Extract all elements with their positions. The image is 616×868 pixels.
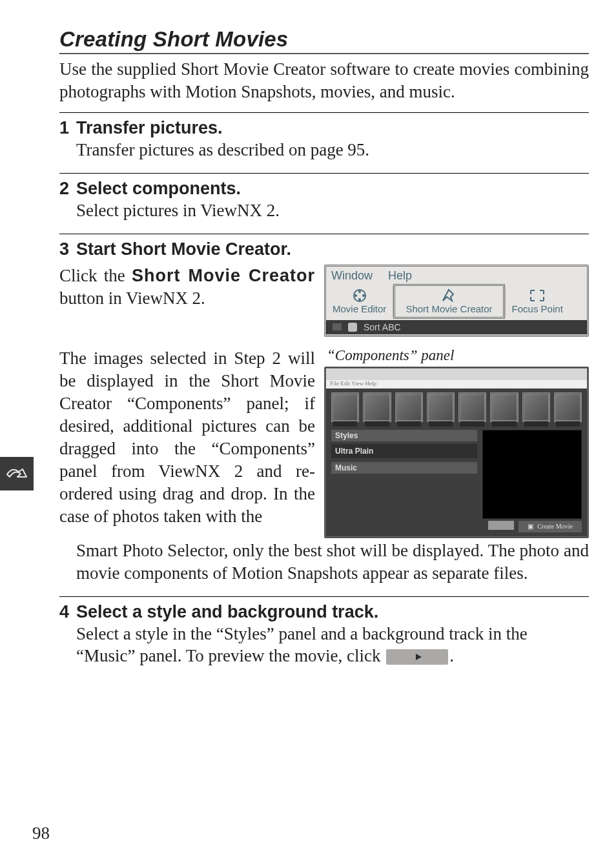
step-number: 3 — [59, 239, 69, 259]
smc-titlebar — [326, 368, 587, 380]
toolbar-menubar: Window Help — [326, 267, 587, 283]
smc-menubar: File Edit View Help — [326, 380, 587, 389]
pin-icon — [439, 288, 458, 303]
component-thumb[interactable] — [522, 392, 550, 422]
section-heading: Creating Short Movies — [59, 27, 589, 52]
component-thumb[interactable] — [331, 392, 359, 422]
focus-point-button[interactable]: Focus Point — [506, 288, 570, 314]
step3-para2: The images selected in Step 2 will be di… — [59, 347, 315, 538]
svg-point-4 — [354, 294, 357, 297]
side-tab — [0, 457, 34, 490]
step-1: 1 Transfer pictures. Transfer pictures a… — [59, 112, 589, 161]
short-movie-creator-strong: Short Movie Creator — [132, 266, 315, 285]
sort-label[interactable]: Sort ABC — [364, 322, 401, 332]
menu-window[interactable]: Window — [331, 269, 373, 283]
step-title: Start Short Movie Creator. — [76, 239, 291, 259]
svg-point-2 — [362, 294, 365, 297]
step-title: Select components. — [76, 179, 241, 198]
step3-pre: Click the — [59, 266, 132, 285]
styles-panel-header: Styles — [331, 430, 477, 441]
step-number: 1 — [59, 118, 69, 138]
create-movie-label: Create Movie — [537, 523, 573, 530]
step-number: 4 — [59, 602, 69, 622]
component-thumb[interactable] — [427, 392, 455, 422]
component-thumb[interactable] — [554, 392, 582, 422]
page-number: 98 — [32, 823, 50, 843]
step-desc: Transfer pictures as described on page 9… — [59, 139, 589, 161]
short-movie-creator-label: Short Movie Creator — [406, 303, 492, 314]
component-thumb[interactable] — [395, 392, 423, 422]
style-ultra-plain-title: Ultra Plain — [335, 447, 373, 456]
movie-editor-label: Movie Editor — [333, 303, 386, 314]
film-icon: ▣ — [528, 523, 533, 530]
thumb-size-icon[interactable] — [333, 323, 342, 330]
short-movie-creator-window-figure: File Edit View Help Styles — [324, 367, 589, 538]
connection-arrow-icon — [6, 465, 28, 482]
component-thumb[interactable] — [458, 392, 486, 422]
film-reel-icon — [351, 288, 369, 303]
focus-brackets-icon — [528, 288, 546, 303]
options-gear-icon[interactable] — [348, 323, 357, 332]
step4-post: . — [449, 646, 454, 665]
step-4: 4 Select a style and background track. S… — [59, 596, 589, 667]
music-panel-header: Music — [331, 462, 477, 474]
step4-pre: Select a style in the “Styles” panel and… — [76, 624, 528, 665]
focus-point-label: Focus Point — [512, 303, 563, 314]
svg-point-3 — [358, 298, 361, 301]
component-thumb[interactable] — [490, 392, 518, 422]
heading-rule — [59, 53, 589, 54]
step-number: 2 — [59, 179, 69, 199]
step3-after: Smart Photo Selector, only the best shot… — [59, 540, 589, 585]
components-panel-caption: “Components” panel — [327, 347, 589, 364]
style-ultra-plain[interactable]: Ultra Plain — [331, 444, 477, 458]
component-thumb[interactable] — [363, 392, 391, 422]
viewnx-toolbar-figure: Window Help Movie Editor Short Movie — [324, 265, 589, 337]
menu-help[interactable]: Help — [388, 269, 412, 283]
preview-play-chip[interactable] — [386, 649, 448, 665]
create-movie-button[interactable]: ▣ Create Movie — [518, 521, 582, 532]
step-desc: Select a style in the “Styles” panel and… — [59, 623, 589, 667]
svg-point-1 — [358, 290, 361, 293]
intro-paragraph: Use the supplied Short Movie Creator sof… — [59, 58, 589, 103]
toolbar-lower-row: Sort ABC — [326, 320, 587, 334]
step3-desc-left: Click the Short Movie Creator button in … — [59, 265, 315, 337]
short-movie-creator-button[interactable]: Short Movie Creator — [393, 284, 504, 319]
preview-viewport: 00:00 / 00:00 — [482, 430, 582, 519]
preview-play-button[interactable] — [488, 521, 514, 530]
step-3: 3 Start Short Movie Creator. Click the S… — [59, 234, 589, 585]
components-panel-strip[interactable] — [326, 389, 587, 426]
step-2: 2 Select components. Select pictures in … — [59, 173, 589, 222]
step3-post: button in ViewNX 2. — [59, 288, 205, 308]
step-title: Select a style and background track. — [76, 602, 378, 621]
movie-editor-button[interactable]: Movie Editor — [326, 288, 393, 314]
step-title: Transfer pictures. — [76, 118, 223, 137]
step-desc: Select pictures in ViewNX 2. — [59, 200, 589, 222]
